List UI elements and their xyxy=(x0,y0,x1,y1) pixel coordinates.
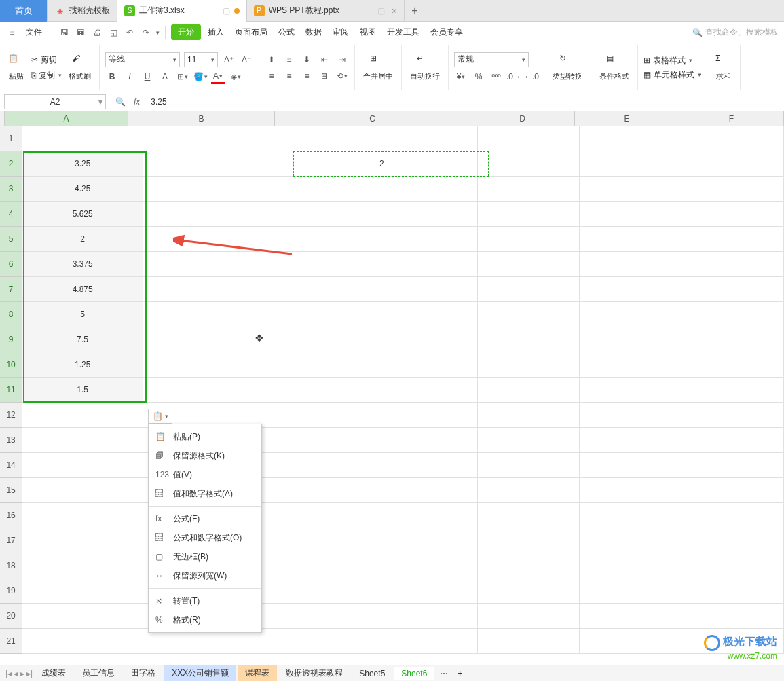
cell[interactable] xyxy=(580,578,682,604)
menu-formula-num[interactable]: ⿳公式和数字格式(O) xyxy=(149,528,261,547)
insert-menu[interactable]: 插入 xyxy=(204,26,228,38)
cell[interactable] xyxy=(143,327,286,352)
cell[interactable] xyxy=(682,277,784,302)
decrease-decimal-icon[interactable]: ←.0 xyxy=(525,70,538,84)
sheet-more-icon[interactable]: ⋯ xyxy=(436,669,452,678)
cell[interactable] xyxy=(580,177,682,202)
row-header[interactable]: 5 xyxy=(0,227,22,252)
cut-button[interactable]: ✂剪切 xyxy=(31,54,62,66)
cell[interactable] xyxy=(286,252,477,277)
sheet-tab[interactable]: 成绩表 xyxy=(34,665,73,681)
data-menu[interactable]: 数据 xyxy=(301,26,326,38)
sheet-tab[interactable]: Sheet5 xyxy=(352,667,392,680)
template-tab[interactable]: ◈ 找稻壳模板 xyxy=(48,0,117,22)
cell[interactable] xyxy=(478,428,580,453)
orientation-icon[interactable]: ⟲▾ xyxy=(335,69,349,83)
search-box[interactable]: 🔍 查找命令、搜索模板 xyxy=(692,26,779,38)
cell[interactable] xyxy=(580,277,682,302)
cell[interactable] xyxy=(22,403,143,428)
formula-input[interactable]: 3.25 xyxy=(145,97,784,107)
menu-keep-col[interactable]: ↔保留源列宽(W) xyxy=(149,566,261,585)
add-tab-button[interactable]: + xyxy=(405,5,425,17)
cell[interactable] xyxy=(143,227,286,252)
cell[interactable] xyxy=(478,378,580,403)
cell[interactable] xyxy=(580,403,682,428)
wrap-button[interactable]: ↵自动换行 xyxy=(407,52,443,83)
row-header[interactable]: 21 xyxy=(0,629,22,654)
cell[interactable] xyxy=(22,578,143,604)
ppt-tab[interactable]: P WPS PPT教程.pptx ▢ × xyxy=(247,0,405,22)
cell[interactable] xyxy=(143,202,286,227)
sheet-tab[interactable]: XXX公司销售额 xyxy=(164,665,236,681)
select-all-corner[interactable] xyxy=(0,111,5,126)
cell[interactable] xyxy=(286,378,477,403)
cell[interactable] xyxy=(22,604,143,629)
menu-keep-source[interactable]: 🗐保留源格式(K) xyxy=(149,446,261,465)
bold-icon[interactable]: B xyxy=(105,70,119,84)
cell[interactable] xyxy=(682,327,784,352)
column-header[interactable]: A xyxy=(5,111,128,126)
row-header[interactable]: 2 xyxy=(0,151,22,177)
align-right-icon[interactable]: ≡ xyxy=(300,69,314,83)
menu-paste[interactable]: 📋粘贴(P) xyxy=(149,427,261,446)
row-header[interactable]: 11 xyxy=(0,378,22,403)
format-painter-button[interactable]: 🖌 格式刷 xyxy=(66,52,94,83)
cell[interactable] xyxy=(478,327,580,352)
font-color-icon[interactable]: A▾ xyxy=(211,70,225,84)
cell[interactable] xyxy=(682,352,784,378)
cell[interactable] xyxy=(286,277,477,302)
cell[interactable] xyxy=(22,629,143,654)
sheet-tab[interactable]: 数据透视表教程 xyxy=(278,665,350,681)
row-header[interactable]: 20 xyxy=(0,604,22,629)
cell[interactable] xyxy=(286,403,477,428)
cell[interactable] xyxy=(682,553,784,578)
sheet-tab[interactable]: 课程表 xyxy=(238,665,277,681)
cell[interactable]: 1.25 xyxy=(22,352,143,378)
cell[interactable] xyxy=(682,428,784,453)
menu-formula[interactable]: fx公式(F) xyxy=(149,509,261,528)
view-menu[interactable]: 视图 xyxy=(356,26,380,38)
cell[interactable] xyxy=(580,151,682,177)
cell[interactable] xyxy=(143,151,286,177)
align-left-icon[interactable]: ≡ xyxy=(265,69,278,83)
row-header[interactable]: 13 xyxy=(0,428,22,453)
cell[interactable] xyxy=(22,528,143,553)
cell[interactable] xyxy=(682,378,784,403)
cell[interactable] xyxy=(143,302,286,327)
cell[interactable] xyxy=(478,478,580,503)
cell[interactable] xyxy=(478,629,580,654)
paste-button[interactable]: 📋 粘贴 xyxy=(5,52,27,83)
cell[interactable] xyxy=(286,126,477,151)
increase-font-icon[interactable]: A⁺ xyxy=(222,53,236,67)
align-top-icon[interactable]: ⬆ xyxy=(265,53,278,67)
cell[interactable] xyxy=(478,302,580,327)
column-header[interactable]: E xyxy=(575,111,679,126)
row-header[interactable]: 3 xyxy=(0,177,22,202)
cell[interactable] xyxy=(143,277,286,302)
name-box[interactable]: A2 ▾ xyxy=(4,94,106,109)
layout-menu[interactable]: 页面布局 xyxy=(231,26,272,38)
cell[interactable] xyxy=(286,503,477,528)
cell[interactable] xyxy=(682,403,784,428)
cell[interactable] xyxy=(478,503,580,528)
cell[interactable] xyxy=(286,177,477,202)
cell[interactable] xyxy=(580,378,682,403)
row-header[interactable]: 14 xyxy=(0,453,22,478)
row-header[interactable]: 16 xyxy=(0,503,22,528)
cell[interactable] xyxy=(22,553,143,578)
align-bottom-icon[interactable]: ⬇ xyxy=(300,53,314,67)
cell[interactable]: 3.375 xyxy=(22,252,143,277)
cell[interactable]: 1.5 xyxy=(22,378,143,403)
sheet-tab-active[interactable]: Sheet6 xyxy=(394,667,434,680)
underline-icon[interactable]: U xyxy=(141,70,154,84)
cell[interactable] xyxy=(286,578,477,604)
cell[interactable] xyxy=(580,604,682,629)
distribute-icon[interactable]: ⊟ xyxy=(318,69,331,83)
comma-icon[interactable]: ººº xyxy=(489,70,503,84)
menu-value-num[interactable]: ⿳值和数字格式(A) xyxy=(149,484,261,503)
dropdown-icon[interactable]: ▾ xyxy=(156,29,160,36)
cell[interactable] xyxy=(682,227,784,252)
column-header[interactable]: B xyxy=(128,111,275,126)
cell[interactable] xyxy=(286,453,477,478)
cell[interactable]: 4.875 xyxy=(22,277,143,302)
